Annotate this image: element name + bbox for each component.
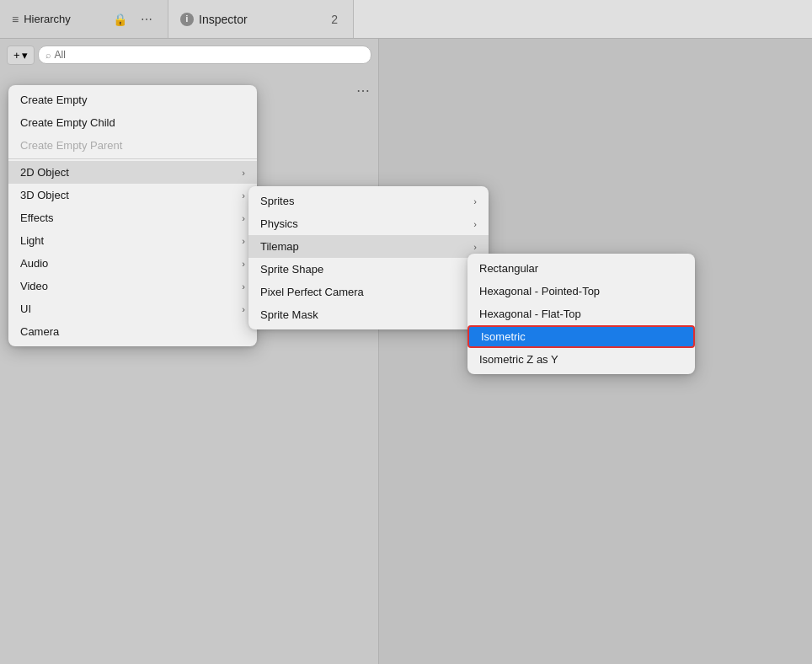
menu-level2: Sprites › Physics › Tilemap › Sprite Sha… — [248, 186, 489, 329]
menu-level3: Rectangular Hexagonal - Pointed-Top Hexa… — [467, 254, 695, 374]
arrow-icon: › — [242, 168, 245, 178]
hierarchy-tab-label: Hierarchy — [24, 13, 71, 25]
more-icon[interactable]: ⋯ — [137, 11, 156, 28]
top-bar: ≡ Hierarchy 🔒 ⋯ i Inspector 2 — [0, 0, 812, 39]
arrow-icon: › — [242, 213, 245, 223]
add-button[interactable]: + ▾ — [7, 46, 35, 65]
menu-item-sprites[interactable]: Sprites › — [248, 190, 489, 212]
menu-item-isometric[interactable]: Isometric — [467, 325, 695, 348]
info-icon: i — [180, 13, 194, 26]
menu-item-effects[interactable]: Effects › — [8, 206, 257, 229]
arrow-icon: › — [242, 190, 245, 201]
hierarchy-icon: ≡ — [12, 13, 19, 26]
menu-item-create-empty-parent: Create Empty Parent — [8, 134, 257, 157]
menu-item-create-empty-child[interactable]: Create Empty Child — [8, 111, 257, 134]
arrow-icon: › — [242, 281, 245, 292]
menu-item-sprite-mask[interactable]: Sprite Mask — [248, 303, 489, 326]
search-placeholder: All — [55, 49, 66, 61]
menu-level1: Create Empty Create Empty Child Create E… — [8, 85, 257, 346]
inspector-more-icon[interactable]: 2 — [328, 11, 341, 28]
menu-item-2d-object[interactable]: 2D Object › — [8, 161, 257, 184]
menu-item-hexagonal-flat-top[interactable]: Hexagonal - Flat-Top — [467, 303, 695, 325]
add-dropdown-arrow: ▾ — [22, 49, 28, 62]
main-area: + ▾ ⌕ All ⋯ Create Empty Create Empty Ch… — [0, 39, 812, 664]
arrow-icon: › — [242, 259, 245, 269]
menu-item-ui[interactable]: UI › — [8, 297, 257, 320]
menu-item-physics[interactable]: Physics › — [248, 212, 489, 235]
menu-item-audio[interactable]: Audio › — [8, 252, 257, 275]
search-icon: ⌕ — [45, 50, 51, 60]
search-bar[interactable]: ⌕ All — [38, 46, 371, 64]
menu-item-video[interactable]: Video › — [8, 275, 257, 297]
hierarchy-tab[interactable]: ≡ Hierarchy 🔒 ⋯ — [0, 0, 168, 38]
menu-item-hexagonal-pointed-top[interactable]: Hexagonal - Pointed-Top — [467, 280, 695, 303]
menu-item-camera[interactable]: Camera — [8, 320, 257, 343]
arrow-icon: › — [242, 236, 245, 246]
add-icon: + — [13, 49, 20, 62]
arrow-icon: › — [473, 219, 477, 229]
menu-item-sprite-shape[interactable]: Sprite Shape › — [248, 258, 489, 281]
menu-item-tilemap[interactable]: Tilemap › — [248, 235, 489, 258]
menu-item-3d-object[interactable]: 3D Object › — [8, 184, 257, 206]
inspector-tab-label: Inspector — [199, 13, 248, 26]
hierarchy-toolbar: + ▾ ⌕ All — [0, 39, 378, 71]
arrow-icon: › — [242, 304, 245, 314]
menu-separator-1 — [8, 158, 257, 159]
menu-item-light[interactable]: Light › — [8, 229, 257, 252]
hierarchy-tab-actions: 🔒 ⋯ — [110, 11, 156, 28]
arrow-icon: › — [473, 242, 477, 252]
menu-item-isometric-z-as-y[interactable]: Isometric Z as Y — [467, 348, 695, 371]
menu-item-rectangular[interactable]: Rectangular — [467, 257, 695, 280]
hierarchy-more-button[interactable]: ⋯ — [356, 83, 370, 99]
menu-item-create-empty[interactable]: Create Empty — [8, 88, 257, 111]
lock-icon[interactable]: 🔒 — [110, 11, 131, 28]
arrow-icon: › — [473, 196, 477, 206]
menu-item-pixel-perfect-camera[interactable]: Pixel Perfect Camera — [248, 281, 489, 303]
inspector-tab[interactable]: i Inspector 2 — [168, 0, 354, 38]
